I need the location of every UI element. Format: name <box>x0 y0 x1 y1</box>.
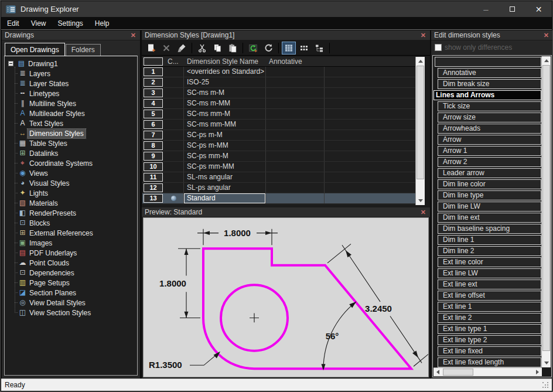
tree-item-layer-states[interactable]: ≣Layer States <box>18 79 136 88</box>
tree-item-views[interactable]: ◉Views <box>18 168 136 178</box>
tree-item-dependencies[interactable]: ⊡Dependencies <box>18 268 136 278</box>
tree-item-pdf-underlays[interactable]: ▤PDF Underlays <box>18 248 136 258</box>
table-row-iso-25[interactable]: 2ISO-25 <box>142 77 415 88</box>
minimize-button[interactable]: – <box>473 1 499 17</box>
tree-item-images[interactable]: ▣Images <box>18 238 136 248</box>
edit-item-dim-line-lw[interactable]: Dim line LW <box>438 202 541 212</box>
tree-item-page-setups[interactable]: ▥Page Setups <box>18 278 136 288</box>
close-drawings-panel-icon[interactable]: ✕ <box>129 32 137 39</box>
edit-category-lines-and-arrows[interactable]: Lines and Arrows <box>433 90 541 100</box>
scroll-up-icon[interactable] <box>542 56 551 65</box>
collapse-icon[interactable] <box>8 61 13 66</box>
vertical-scrollbar[interactable] <box>541 56 551 367</box>
edit-item-ext-line-type-1[interactable]: Ext line type 1 <box>438 324 541 334</box>
edit-item-ext-line-type-2[interactable]: Ext line type 2 <box>438 335 541 345</box>
regen-preview-button[interactable] <box>246 42 260 54</box>
menu-edit[interactable]: Edit <box>1 17 25 29</box>
tab-folders[interactable]: Folders <box>66 44 101 56</box>
edit-item-annotative[interactable]: Annotative <box>438 68 541 78</box>
table-row-sl-ms-angular[interactable]: 11SL-ms angular <box>142 172 415 183</box>
tree-item-materials[interactable]: ▧Materials <box>18 198 136 208</box>
icons-view-button[interactable] <box>297 42 311 54</box>
show-only-differences-checkbox[interactable] <box>435 44 442 51</box>
table-row-sc-ps-mm-mm[interactable]: 10SC-ps mm-MM <box>142 162 415 172</box>
maximize-button[interactable] <box>499 1 525 17</box>
table-row-sl-ps-angular[interactable]: 12SL-ps angular <box>142 183 415 193</box>
menu-settings[interactable]: Settings <box>52 17 88 29</box>
tree-item-section-planes[interactable]: ◪Section Planes <box>18 288 136 298</box>
column-header-current[interactable]: C... <box>164 57 183 66</box>
table-row-sc-ps-m-mm[interactable]: 8SC-ps m-MM <box>142 141 415 151</box>
close-button[interactable]: ✕ <box>525 1 552 17</box>
close-edit-panel-icon[interactable]: ✕ <box>542 32 550 39</box>
edit-item-arrow-size[interactable]: Arrow size <box>438 113 541 122</box>
tree-item-coordinate-systems[interactable]: ⌖Coordinate Systems <box>18 158 136 168</box>
tree-item-multiline-styles[interactable]: ∥Multiline Styles <box>18 98 136 108</box>
scroll-thumb[interactable] <box>417 66 424 179</box>
tree-item-external-references[interactable]: ⊞External References <box>18 228 136 238</box>
edit-item-ext-line-ext[interactable]: Ext line ext <box>438 279 541 289</box>
tree-item-drawing1[interactable]: ▤ Drawing1 <box>8 59 136 69</box>
scroll-down-icon[interactable] <box>542 359 551 367</box>
tab-open-drawings[interactable]: Open Drawings <box>5 43 65 56</box>
scroll-right-icon[interactable] <box>533 368 542 376</box>
edit-item-leader-arrow[interactable]: Leader arrow <box>438 168 541 178</box>
tree-item-dimension-styles[interactable]: ↔Dimension Styles <box>18 128 136 138</box>
edit-item-dim-line-1[interactable]: Dim line 1 <box>438 235 541 245</box>
horizontal-scrollbar[interactable] <box>433 367 542 376</box>
tree-item-text-styles[interactable]: AText Styles <box>18 118 136 128</box>
table-row-sc-ps-mm-m[interactable]: 9SC-ps mm-M <box>142 151 415 162</box>
tree-item-layers[interactable]: ≣Layers <box>18 69 136 79</box>
scroll-thumb[interactable] <box>443 369 473 376</box>
edit-item-ext-line-offset[interactable]: Ext line offset <box>438 291 541 301</box>
edit-item-dim-baseline-spacing[interactable]: Dim baseline spacing <box>438 224 541 234</box>
scroll-thumb[interactable] <box>542 65 550 351</box>
table-row-standard[interactable]: 13Standard <box>142 193 415 204</box>
purge-button[interactable] <box>175 42 189 54</box>
tree-item-datalinks[interactable]: ⊞Datalinks <box>18 148 136 158</box>
menu-help[interactable]: Help <box>89 17 115 29</box>
refresh-button[interactable] <box>261 42 275 54</box>
tree-view-button[interactable] <box>312 42 326 54</box>
edit-item-tick-size[interactable]: Tick size <box>438 101 541 111</box>
edit-item-ext-line-color[interactable]: Ext line color <box>438 257 541 267</box>
edit-item-dim-line-type[interactable]: Dim line type <box>438 190 541 200</box>
cut-button[interactable] <box>195 42 209 54</box>
copy-button[interactable] <box>210 42 224 54</box>
edit-item-ext-line-fixed[interactable]: Ext line fixed <box>438 346 541 356</box>
tree-item-view-section-styles[interactable]: ◫View Section Styles <box>18 308 136 318</box>
edit-item-arrow[interactable]: Arrow <box>438 135 541 145</box>
tree-item-visual-styles[interactable]: ◕Visual Styles <box>18 178 136 188</box>
edit-item-dim-line-2[interactable]: Dim line 2 <box>438 246 541 256</box>
tree-item-lights[interactable]: ✦Lights <box>18 188 136 198</box>
table-row-sc-ps-m-m[interactable]: 7SC-ps m-M <box>142 130 415 141</box>
scroll-left-icon[interactable] <box>433 368 442 376</box>
details-view-button[interactable] <box>282 42 296 54</box>
tree-item-point-clouds[interactable]: ☁Point Clouds <box>18 258 136 268</box>
edit-item-dim-line-color[interactable]: Dim line color <box>438 179 541 189</box>
edit-item-dim-line-ext[interactable]: Dim line ext <box>438 213 541 223</box>
edit-item-arrow-2[interactable]: Arrow 2 <box>438 157 541 167</box>
edit-item-arrowheads[interactable]: Arrowheads <box>438 124 541 134</box>
tree-item-renderpresets[interactable]: ◧RenderPresets <box>18 208 136 218</box>
column-header-name[interactable]: Dimension Style Name <box>183 57 265 66</box>
edit-item-blank[interactable] <box>435 57 541 67</box>
new-style-button[interactable] <box>144 42 158 54</box>
tree-item-multileader-styles[interactable]: AMultileader Styles <box>18 108 136 118</box>
edit-item-ext-line-fixed-length[interactable]: Ext line fixed length <box>438 357 541 367</box>
table-row-sc-ms-m-mm[interactable]: 4SC-ms m-MM <box>142 98 415 109</box>
table-row-sc-ms-m-m[interactable]: 3SC-ms m-M <box>142 88 415 98</box>
table-row-sc-ms-mm-mm[interactable]: 6SC-ms mm-MM <box>142 120 415 130</box>
edit-item-arrow-1[interactable]: Arrow 1 <box>438 146 541 156</box>
vertical-scrollbar[interactable] <box>415 57 425 205</box>
tree-item-linetypes[interactable]: ╍Linetypes <box>18 88 136 98</box>
edit-item-ext-line-2[interactable]: Ext line 2 <box>438 313 541 323</box>
table-row-sc-ms-mm-m[interactable]: 5SC-ms mm-M <box>142 109 415 120</box>
resize-grip-icon[interactable] <box>542 382 544 383</box>
edit-item-ext-line-1[interactable]: Ext line 1 <box>438 302 541 312</box>
edit-item-ext-line-lw[interactable]: Ext line LW <box>438 268 541 278</box>
delete-style-button[interactable] <box>159 42 173 54</box>
table-row-overrides-on-standard[interactable]: 1<overrides on Standard> <box>142 67 415 77</box>
tree-item-blocks[interactable]: ⊡Blocks <box>18 218 136 228</box>
paste-button[interactable] <box>226 42 240 54</box>
